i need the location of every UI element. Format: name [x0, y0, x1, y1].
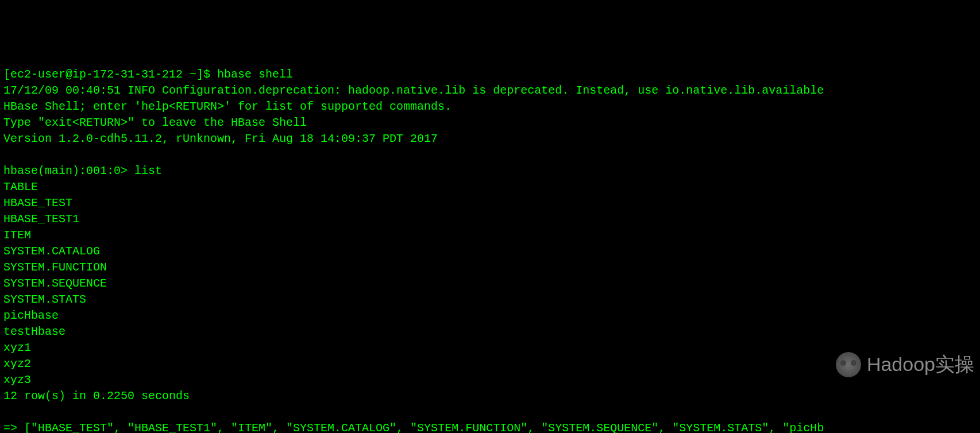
terminal-area[interactable]: [ec2-user@ip-172-31-31-212 ~]$ hbase she…: [3, 67, 977, 433]
table-header: TABLE: [3, 180, 38, 194]
table-row: xyz2: [3, 357, 31, 370]
help-line: HBase Shell; enter 'help<RETURN>' for li…: [3, 100, 452, 113]
table-row: SYSTEM.STATS: [3, 293, 86, 306]
result-line-1: => ["HBASE_TEST", "HBASE_TEST1", "ITEM",…: [3, 422, 824, 433]
table-row: picHbase: [3, 309, 59, 322]
list-command: list: [134, 164, 162, 177]
shell-prompt-line: [ec2-user@ip-172-31-31-212 ~]$ hbase she…: [3, 68, 293, 81]
table-row: testHbase: [3, 325, 65, 338]
row-count-line: 12 row(s) in 0.2250 seconds: [3, 389, 190, 403]
table-row: ITEM: [3, 229, 31, 242]
shell-prompt: [ec2-user@ip-172-31-31-212 ~]$: [3, 68, 217, 81]
hbase-prompt-line-1: hbase(main):001:0> list: [3, 164, 162, 177]
table-row: SYSTEM.SEQUENCE: [3, 277, 107, 290]
exit-line: Type "exit<RETURN>" to leave the HBase S…: [3, 116, 307, 129]
table-row: xyz1: [3, 341, 31, 354]
info-line: 17/12/09 00:40:51 INFO Configuration.dep…: [3, 84, 824, 97]
version-line: Version 1.2.0-cdh5.11.2, rUnknown, Fri A…: [3, 132, 438, 145]
table-row: SYSTEM.CATALOG: [3, 245, 100, 258]
hbase-prompt-1: hbase(main):001:0>: [3, 164, 134, 177]
shell-command: hbase shell: [217, 68, 293, 81]
table-row: SYSTEM.FUNCTION: [3, 261, 107, 274]
table-row: HBASE_TEST1: [3, 212, 79, 226]
table-row: xyz3: [3, 373, 31, 386]
table-row: HBASE_TEST: [3, 196, 72, 210]
